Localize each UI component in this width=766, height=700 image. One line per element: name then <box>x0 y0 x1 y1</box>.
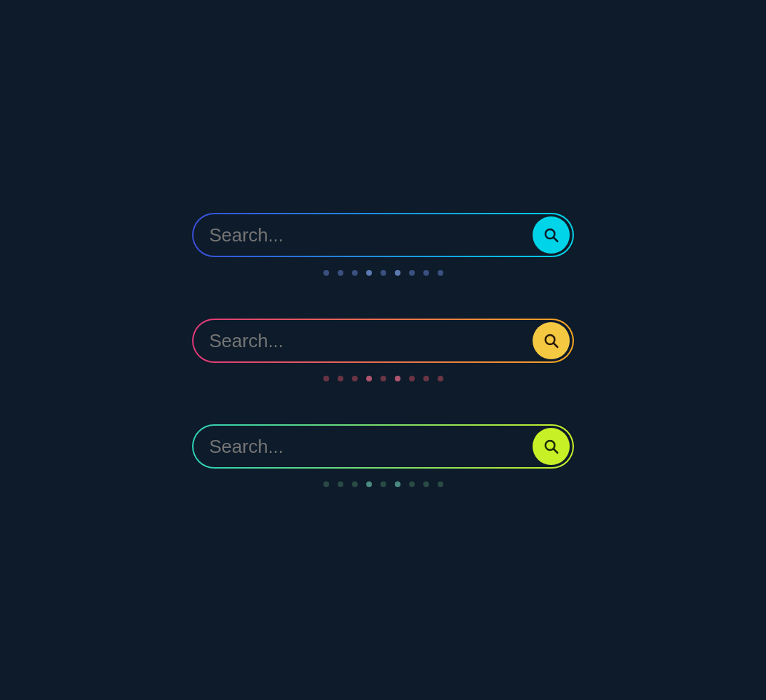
dot <box>323 270 329 276</box>
dot <box>409 481 415 487</box>
dot <box>352 481 358 487</box>
search-button-green[interactable] <box>533 428 570 465</box>
dots-row-pink <box>323 376 443 381</box>
dot <box>423 481 429 487</box>
search-bar-green <box>192 424 574 469</box>
svg-line-5 <box>554 449 558 454</box>
dot <box>381 270 386 276</box>
dot-active <box>395 270 400 276</box>
svg-line-3 <box>554 344 558 348</box>
dot-active <box>366 481 372 487</box>
search-button-blue[interactable] <box>533 216 570 254</box>
dot <box>338 481 343 487</box>
dot <box>438 376 443 381</box>
dot-active <box>366 376 372 381</box>
dot-active <box>395 481 400 487</box>
search-input-blue[interactable] <box>209 224 533 246</box>
dot <box>409 376 415 381</box>
search-group-green <box>192 424 574 487</box>
dot <box>423 376 429 381</box>
dot <box>409 270 415 276</box>
dot <box>323 376 329 381</box>
search-input-green[interactable] <box>209 436 533 458</box>
search-icon-pink <box>543 332 560 349</box>
dots-row-green <box>323 481 443 487</box>
dots-row-blue <box>323 270 443 276</box>
svg-line-1 <box>554 238 558 242</box>
search-group-pink <box>192 319 574 381</box>
search-input-pink[interactable] <box>209 330 533 352</box>
search-button-pink[interactable] <box>533 322 570 359</box>
dot <box>338 376 343 381</box>
dot <box>438 481 443 487</box>
dot <box>381 376 386 381</box>
dot-active <box>395 376 400 381</box>
dot <box>352 270 358 276</box>
search-icon-blue <box>543 226 560 244</box>
search-bar-pink <box>192 319 574 363</box>
dot <box>423 270 429 276</box>
search-icon-green <box>543 438 560 455</box>
dot <box>338 270 343 276</box>
dot <box>381 481 386 487</box>
search-group-blue <box>192 213 574 276</box>
dot <box>323 481 329 487</box>
dot <box>438 270 443 276</box>
dot <box>352 376 358 381</box>
search-bar-blue <box>192 213 574 257</box>
dot-active <box>366 270 372 276</box>
